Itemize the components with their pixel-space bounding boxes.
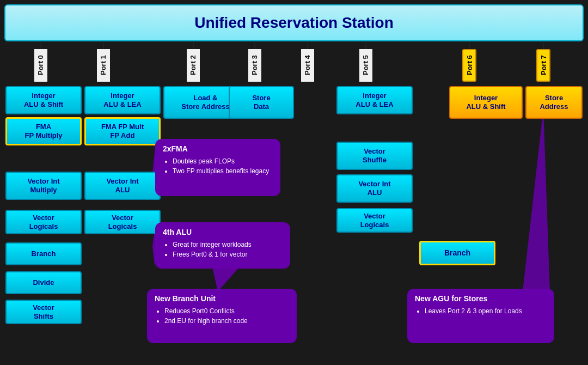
header-box: Unified Reservation Station [4,4,584,41]
callout-agu-title: New AGU for Stores [415,294,547,303]
col6-box-integer-alu-shift: IntegerALU & Shift [449,86,523,119]
col5-box-integer-alu-lea: IntegerALU & LEA [336,86,413,114]
callout-branch: New Branch Unit Reduces Port0 Conflicts … [147,289,297,343]
col0-box-divide: Divide [5,271,82,294]
svg-marker-18 [212,267,240,291]
port2-label: Port 2 [187,49,200,82]
callout-2xfma: 2xFMA Doubles peak FLOPs Two FP multipli… [155,139,280,196]
port3-label: Port 3 [248,49,261,82]
col0-box-integer-alu-shift: IntegerALU & Shift [5,86,82,114]
callout-agu: New AGU for Stores Leaves Port 2 & 3 ope… [407,289,554,343]
col0-box-vector-shifts: VectorShifts [5,300,82,324]
port0-label: Port 0 [34,49,47,82]
col7-box-store-address: StoreAddress [525,86,583,119]
callout-agu-bullets: Leaves Port 2 & 3 open for Loads [415,306,547,316]
col0-box-vector-logicals: VectorLogicals [5,210,82,234]
callout-2xfma-title: 2xFMA [163,144,273,153]
col3-box-store-data: StoreData [229,86,294,119]
diagram: Unified Reservation Station [0,0,588,365]
port5-label: Port 5 [359,49,372,82]
callout-4alu-bullets: Great for integer workloads Frees Port0 … [163,240,283,259]
callout-branch-bullets: Reduces Port0 Conflicts 2nd EU for high … [155,306,289,326]
callout-4alu-title: 4th ALU [163,228,283,236]
port4-label: Port 4 [301,49,314,82]
callout-4alu: 4th ALU Great for integer workloads Free… [155,222,290,269]
col0-box-vector-int-multiply: Vector IntMultiply [5,172,82,200]
col5-box-vector-logicals: VectorLogicals [336,208,413,233]
col5-box-vector-shuffle: VectorShuffle [336,142,413,170]
col0-box-fma: FMAFP Multiply [5,117,82,145]
col1-box-vector-logicals: VectorLogicals [84,210,161,234]
port6-label: Port 6 [462,49,476,82]
col1-box-vector-int-alu: Vector IntALU [84,172,161,200]
col5-box-vector-int-alu: Vector IntALU [336,174,413,203]
col5-box-branch: Branch [419,241,495,265]
col1-box-fma-fp-mult: FMA FP MultFP Add [84,117,161,145]
port1-label: Port 1 [97,49,110,82]
callout-branch-title: New Branch Unit [155,294,289,303]
callout-2xfma-bullets: Doubles peak FLOPs Two FP multiplies ben… [163,156,273,176]
header-title: Unified Reservation Station [194,14,394,32]
col0-box-branch: Branch [5,242,82,265]
col1-box-integer-alu-lea: IntegerALU & LEA [84,86,161,114]
svg-marker-19 [523,109,550,291]
port7-label: Port 7 [536,49,550,82]
